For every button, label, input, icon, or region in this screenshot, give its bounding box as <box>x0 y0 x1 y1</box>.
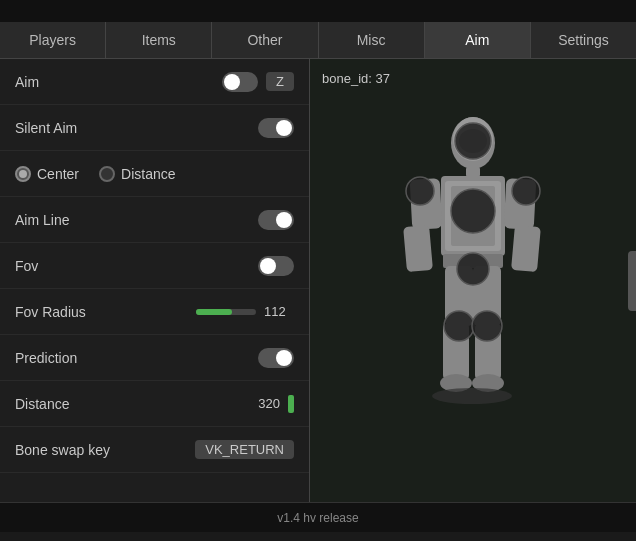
scroll-indicator[interactable] <box>628 251 636 311</box>
fov-radius-slider[interactable] <box>196 309 256 315</box>
svg-point-24 <box>472 311 502 341</box>
aim-label: Aim <box>15 74 39 90</box>
tab-items[interactable]: Items <box>106 22 212 58</box>
left-panel: Aim Z Silent Aim Center <box>0 59 310 502</box>
svg-point-20 <box>451 189 495 233</box>
svg-rect-3 <box>466 167 480 177</box>
prediction-toggle[interactable] <box>258 348 294 368</box>
aim-line-toggle[interactable] <box>258 210 294 230</box>
distance-row-label: Distance <box>15 396 69 412</box>
svg-point-25 <box>457 253 489 285</box>
aim-row: Aim Z <box>0 59 309 105</box>
tab-players[interactable]: Players <box>0 22 106 58</box>
distance-value: 320 <box>245 396 280 411</box>
svg-point-23 <box>444 311 474 341</box>
tabs-container: Players Items Other Misc Aim Settings <box>0 22 636 59</box>
character-figure <box>373 111 573 451</box>
status-text: v1.4 hv release <box>277 511 358 525</box>
svg-point-21 <box>406 177 434 205</box>
tab-other[interactable]: Other <box>212 22 318 58</box>
svg-point-18 <box>432 388 512 404</box>
tab-settings[interactable]: Settings <box>531 22 636 58</box>
fov-label: Fov <box>15 258 38 274</box>
distance-radio[interactable]: Distance <box>99 166 175 182</box>
fov-radius-value: 112 <box>264 304 294 319</box>
silent-aim-label: Silent Aim <box>15 120 77 136</box>
top-bar <box>0 0 636 22</box>
tab-aim[interactable]: Aim <box>425 22 531 58</box>
bone-swap-label: Bone swap key <box>15 442 110 458</box>
right-panel: bone_id: 37 <box>310 59 636 502</box>
center-distance-row: Center Distance <box>0 151 309 197</box>
center-label: Center <box>37 166 79 182</box>
center-radio[interactable]: Center <box>15 166 79 182</box>
distance-bar <box>288 395 294 413</box>
aim-line-row: Aim Line <box>0 197 309 243</box>
status-bar: v1.4 hv release <box>0 502 636 532</box>
svg-rect-8 <box>403 224 433 271</box>
aim-toggle[interactable] <box>222 72 258 92</box>
distance-label: Distance <box>121 166 175 182</box>
fov-radius-label: Fov Radius <box>15 304 86 320</box>
fov-row: Fov <box>0 243 309 289</box>
tab-misc[interactable]: Misc <box>319 22 425 58</box>
svg-point-22 <box>512 177 540 205</box>
silent-aim-row: Silent Aim <box>0 105 309 151</box>
bone-swap-row: Bone swap key VK_RETURN <box>0 427 309 473</box>
aim-line-label: Aim Line <box>15 212 69 228</box>
bone-id-label: bone_id: 37 <box>322 71 390 86</box>
bone-swap-key[interactable]: VK_RETURN <box>195 440 294 459</box>
svg-point-19 <box>455 123 491 159</box>
aim-key-badge: Z <box>266 72 294 91</box>
svg-rect-10 <box>511 224 541 271</box>
prediction-row: Prediction <box>0 335 309 381</box>
prediction-label: Prediction <box>15 350 77 366</box>
fov-radius-row: Fov Radius 112 <box>0 289 309 335</box>
fov-toggle[interactable] <box>258 256 294 276</box>
distance-row: Distance 320 <box>0 381 309 427</box>
silent-aim-toggle[interactable] <box>258 118 294 138</box>
